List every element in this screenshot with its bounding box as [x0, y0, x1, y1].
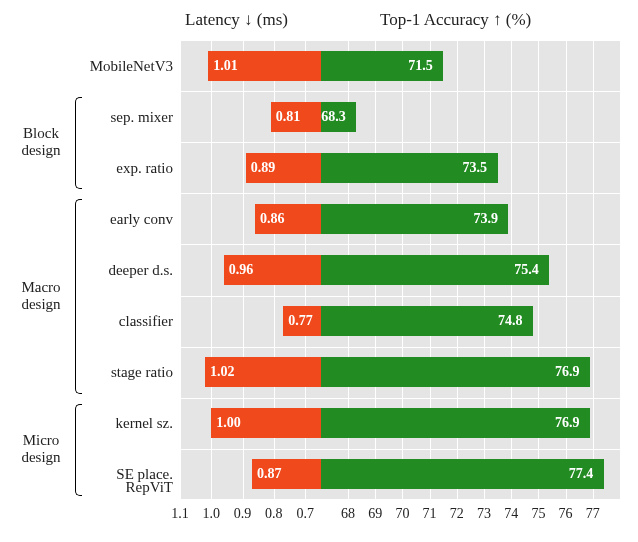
gridline — [180, 347, 620, 348]
group-label: Blockdesign — [10, 125, 72, 160]
latency-value: 1.00 — [216, 408, 241, 438]
accuracy-value: 73.5 — [463, 153, 488, 183]
accuracy-value: 75.4 — [514, 255, 539, 285]
row-label: MobileNetV3 — [90, 51, 173, 81]
row-label: kernel sz. — [116, 408, 173, 438]
gridline — [180, 40, 620, 41]
accuracy-value: 77.4 — [569, 459, 594, 489]
accuracy-tick: 71 — [423, 506, 437, 522]
gridline — [180, 142, 620, 143]
accuracy-tick: 69 — [368, 506, 382, 522]
row-label: SE place. — [116, 459, 173, 489]
row-label: stage ratio — [111, 357, 173, 387]
accuracy-value: 68.3 — [321, 102, 346, 132]
latency-value: 1.02 — [210, 357, 235, 387]
gridline — [180, 449, 620, 450]
chart-row: 0.8168.3 — [180, 102, 620, 132]
gridline — [180, 296, 620, 297]
latency-tick: 1.1 — [171, 506, 189, 522]
row-label: deeper d.s. — [108, 255, 173, 285]
latency-header: Latency ↓ (ms) — [185, 10, 288, 30]
accuracy-bar — [321, 357, 590, 387]
group-label: Microdesign — [10, 432, 72, 467]
chart-row: 0.8777.4 — [180, 459, 620, 489]
gridline — [180, 398, 620, 399]
chart-row: 1.0076.9 — [180, 408, 620, 438]
chart-row: 0.9675.4 — [180, 255, 620, 285]
gridline — [180, 91, 620, 92]
row-label: classifier — [119, 306, 173, 336]
row-label: exp. ratio — [116, 153, 173, 183]
latency-value: 0.86 — [260, 204, 285, 234]
latency-value: 0.77 — [288, 306, 313, 336]
accuracy-bar — [321, 408, 590, 438]
group-bracket — [75, 199, 82, 393]
accuracy-tick: 74 — [504, 506, 518, 522]
accuracy-value: 74.8 — [498, 306, 523, 336]
chart-row: 0.8673.9 — [180, 204, 620, 234]
ablation-chart: Latency ↓ (ms) Top-1 Accuracy ↑ (%) 1.01… — [0, 0, 638, 542]
accuracy-tick: 73 — [477, 506, 491, 522]
gridline — [180, 244, 620, 245]
latency-tick: 1.0 — [203, 506, 221, 522]
accuracy-value: 76.9 — [555, 357, 580, 387]
accuracy-tick: 77 — [586, 506, 600, 522]
latency-tick: 0.7 — [296, 506, 314, 522]
group-bracket — [75, 404, 82, 496]
accuracy-bar — [321, 459, 604, 489]
latency-value: 1.01 — [213, 51, 238, 81]
chart-row: 0.7774.8 — [180, 306, 620, 336]
accuracy-tick: 75 — [531, 506, 545, 522]
chart-row: 1.0171.5 — [180, 51, 620, 81]
latency-value: 0.81 — [276, 102, 301, 132]
chart-row: 1.0276.9 — [180, 357, 620, 387]
accuracy-tick: 76 — [559, 506, 573, 522]
chart-row: 0.8973.5 — [180, 153, 620, 183]
accuracy-tick: 70 — [395, 506, 409, 522]
accuracy-value: 71.5 — [408, 51, 433, 81]
latency-tick: 0.9 — [234, 506, 252, 522]
latency-value: 0.87 — [257, 459, 282, 489]
latency-value: 0.96 — [229, 255, 254, 285]
accuracy-value: 76.9 — [555, 408, 580, 438]
row-label: sep. mixer — [111, 102, 173, 132]
accuracy-header: Top-1 Accuracy ↑ (%) — [380, 10, 531, 30]
latency-value: 0.89 — [251, 153, 276, 183]
row-label: early conv — [110, 204, 173, 234]
latency-tick: 0.8 — [265, 506, 283, 522]
accuracy-value: 73.9 — [473, 204, 498, 234]
gridline — [180, 193, 620, 194]
group-bracket — [75, 97, 82, 189]
group-label: Macrodesign — [10, 278, 72, 313]
accuracy-tick: 68 — [341, 506, 355, 522]
plot-area: 1.0171.50.8168.30.8973.50.8673.90.9675.4… — [180, 40, 620, 500]
gridline — [180, 499, 620, 500]
accuracy-tick: 72 — [450, 506, 464, 522]
